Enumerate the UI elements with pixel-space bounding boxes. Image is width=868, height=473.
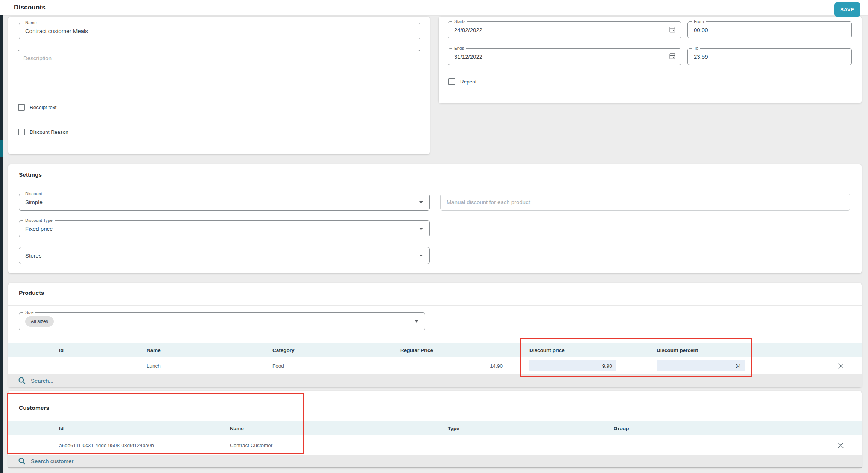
settings-divider — [8, 185, 862, 185]
customers-title: Customers — [19, 405, 49, 411]
products-divider — [8, 305, 862, 306]
col-category: Category — [272, 343, 295, 357]
starts-field-wrap: Starts — [448, 21, 681, 38]
product-search-input[interactable] — [31, 377, 862, 384]
product-name-cell: Lunch — [147, 357, 161, 374]
from-field-wrap: From — [687, 21, 852, 38]
customer-search-bar — [8, 455, 862, 468]
ends-date-input[interactable] — [448, 49, 681, 65]
repeat-checkbox-row[interactable]: Repeat — [448, 78, 477, 85]
page-title: Discounts — [14, 4, 46, 11]
discount-select[interactable]: Discount Simple — [19, 194, 430, 211]
description-textarea[interactable] — [18, 50, 420, 89]
col-discount-price: Discount price — [529, 343, 565, 357]
settings-card: Settings Discount Simple Discount Type F… — [8, 164, 862, 273]
to-time-input[interactable] — [688, 49, 851, 65]
sidebar-edge[interactable] — [0, 15, 3, 473]
stores-select[interactable]: Stores — [19, 247, 430, 264]
customer-id-cell: a6de6111-0c31-4dde-9508-08d9f124ba0b — [59, 435, 154, 455]
close-icon — [837, 442, 844, 449]
all-sizes-chip[interactable]: All sizes — [25, 316, 54, 327]
products-table-header: Id Name Category Regular Price Discount … — [8, 343, 862, 357]
col-group: Group — [614, 421, 629, 435]
col-name: Name — [230, 421, 244, 435]
size-select[interactable]: Size All sizes — [19, 312, 425, 330]
name-field-wrap: Name — [19, 23, 420, 39]
product-search-bar — [8, 374, 862, 387]
customer-table-row: a6de6111-0c31-4dde-9508-08d9f124ba0b Con… — [8, 435, 862, 455]
product-category-cell: Food — [272, 357, 284, 374]
stores-select-value: Stores — [19, 247, 429, 264]
customers-card: Customers Id Name Type Group a6de6111-0c… — [8, 391, 862, 468]
col-discount-percent: Discount percent — [657, 343, 698, 357]
discount-type-select-value: Fixed price — [19, 221, 429, 237]
settings-title: Settings — [19, 171, 42, 178]
repeat-label: Repeat — [460, 79, 477, 85]
col-type: Type — [448, 421, 459, 435]
receipt-text-checkbox-row[interactable]: Receipt text — [18, 104, 56, 111]
remove-customer-button[interactable] — [836, 440, 845, 450]
repeat-checkbox[interactable] — [448, 78, 455, 85]
to-field-wrap: To — [687, 48, 852, 65]
discount-reason-label: Discount Reason — [30, 129, 68, 135]
discount-select-value: Simple — [19, 194, 429, 210]
product-regular-price-cell: 14.90 — [400, 357, 503, 374]
receipt-text-checkbox[interactable] — [18, 104, 25, 111]
close-icon — [837, 362, 844, 370]
ends-field-wrap: Ends — [448, 48, 681, 65]
manual-discount-field-wrap — [440, 194, 850, 211]
sidebar-active-item-edge — [0, 140, 3, 157]
products-title: Products — [19, 290, 44, 296]
general-card: Name Receipt text Discount Reason — [8, 17, 430, 154]
ends-calendar-icon[interactable] — [669, 52, 676, 61]
chevron-down-icon — [419, 255, 423, 257]
schedule-card: Starts From Ends — [439, 17, 862, 103]
from-time-input[interactable] — [688, 22, 851, 38]
name-input[interactable] — [19, 23, 420, 39]
customer-name-cell: Contract Customer — [230, 435, 272, 455]
discount-reason-checkbox-row[interactable]: Discount Reason — [18, 129, 68, 135]
col-id: Id — [59, 421, 64, 435]
product-table-row: Lunch Food 14.90 — [8, 357, 862, 374]
discount-reason-checkbox[interactable] — [18, 129, 25, 135]
save-button[interactable]: SAVE — [834, 2, 860, 17]
search-icon — [18, 457, 26, 465]
discounts-page: Discounts SAVE Name Receipt text Discoun… — [0, 0, 868, 473]
search-icon — [18, 377, 26, 385]
customers-table-header: Id Name Type Group — [8, 421, 862, 435]
col-regular-price: Regular Price — [400, 343, 433, 357]
chevron-down-icon — [415, 320, 418, 323]
remove-product-button[interactable] — [836, 361, 845, 371]
customer-search-input[interactable] — [31, 458, 862, 464]
starts-calendar-icon[interactable] — [669, 26, 676, 35]
col-id: Id — [59, 343, 64, 357]
starts-date-input[interactable] — [448, 22, 681, 38]
discount-percent-input[interactable] — [657, 360, 745, 371]
products-card: Products Size All sizes Id Name Category… — [8, 283, 862, 387]
chevron-down-icon — [419, 228, 423, 230]
discount-type-select[interactable]: Discount Type Fixed price — [19, 220, 430, 237]
discount-price-input[interactable] — [529, 360, 616, 371]
app-header: Discounts SAVE — [0, 0, 868, 15]
manual-discount-input[interactable] — [441, 194, 850, 210]
chevron-down-icon — [419, 201, 423, 203]
size-select-label: Size — [23, 310, 35, 315]
receipt-text-label: Receipt text — [30, 105, 56, 110]
col-name: Name — [147, 343, 161, 357]
